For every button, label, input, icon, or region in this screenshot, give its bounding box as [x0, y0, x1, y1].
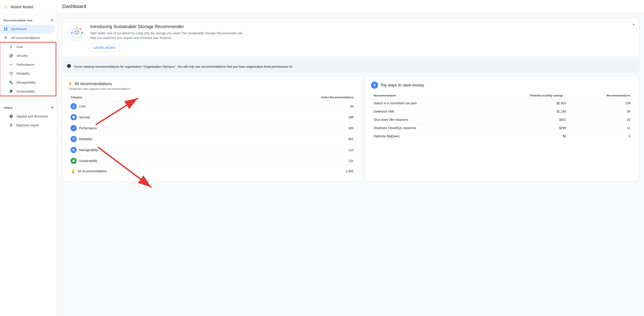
table-cell-category: Manageability: [68, 145, 218, 155]
col-recommendation-header: Recommendation: [371, 92, 478, 99]
dashboard-icon: [4, 27, 8, 31]
savings-label-4: Optimize BigQuery: [371, 132, 478, 140]
savings-count-4: 0: [569, 132, 633, 140]
utilities-chevron-icon: ▾: [51, 105, 53, 110]
reliability-icon: [9, 71, 13, 76]
sustainability-row-label: Sustainability: [79, 159, 98, 163]
table-cell-category: $ Cost: [68, 101, 218, 112]
total-count: 1,381: [218, 167, 356, 176]
svg-rect-8: [4, 27, 5, 29]
table-cell-category: Security: [68, 112, 218, 123]
table-row[interactable]: Performance 300: [68, 123, 356, 134]
table-cell-category: Reliability: [68, 134, 218, 145]
savings-count-3: 11: [569, 124, 633, 132]
cards-row: All recommendations Categories help orga…: [62, 76, 639, 181]
sidebar-item-bigquery-export-label: BigQuery export: [16, 123, 39, 127]
sidebar-item-applied-dismissed-label: Applied and dismissed: [16, 114, 48, 118]
page-title: Dashboard: [62, 4, 86, 9]
bigquery-export-icon: [9, 123, 13, 127]
learn-more-button[interactable]: LEARN MORE: [90, 44, 120, 52]
savings-row[interactable]: Downsize VMs $1,190 35: [371, 107, 633, 116]
manageability-icon: [9, 80, 13, 85]
sort-down-icon: ↓: [565, 94, 566, 97]
info-icon: [67, 64, 71, 69]
performance-count: 300: [218, 123, 356, 134]
sidebar-item-manageability[interactable]: Manageability: [0, 78, 54, 87]
security-count: 288: [218, 112, 356, 123]
utilities-label: Utilities: [4, 106, 13, 109]
sidebar-item-security[interactable]: Security: [0, 51, 54, 60]
all-rec-title-row: All recommendations: [68, 82, 356, 86]
table-cell-category: Sustainability: [68, 155, 218, 167]
savings-row[interactable]: Downsize CloudSQL instances $299 11: [371, 124, 633, 132]
lightbulb-icon: [4, 36, 8, 40]
table-row[interactable]: Sustainability 131: [68, 155, 356, 167]
total-row-label: All recommendations: [78, 169, 107, 173]
sidebar-item-dashboard[interactable]: Dashboard: [0, 25, 55, 33]
svg-point-21: [80, 28, 81, 29]
savings-row[interactable]: Switch to a committed use plan $2,910 15…: [371, 99, 633, 107]
col-count-header: Recommendations: [569, 92, 633, 99]
svg-point-6: [5, 7, 5, 7]
performance-row-label: Performance: [79, 126, 97, 130]
sidebar-item-applied-dismissed[interactable]: Applied and dismissed: [0, 112, 55, 121]
info-bar: You're viewing recommendations for organ…: [62, 61, 639, 72]
table-row[interactable]: Reliability 502: [68, 134, 356, 145]
main-header: Dashboard: [57, 0, 644, 13]
performance-icon: [9, 62, 13, 67]
sidebar-item-sustainability-label: Sustainability: [16, 90, 35, 93]
savings-count-1: 35: [569, 107, 633, 116]
svg-point-5: [6, 6, 7, 6]
savings-amount-1: $1,190: [478, 107, 569, 116]
top-savings-card: $ Top ways to save money Recommendation …: [366, 76, 639, 181]
savings-row[interactable]: Shut down idle instances $921 42: [371, 116, 633, 124]
banner-description: Take better care of our planet by using …: [90, 31, 246, 40]
savings-label-3: Downsize CloudSQL instances: [371, 124, 478, 132]
savings-amount-3: $299: [478, 124, 569, 132]
table-row[interactable]: $ Cost 50: [68, 101, 356, 112]
all-rec-icon: [68, 82, 72, 86]
svg-point-20: [71, 32, 72, 34]
sidebar-item-sustainability[interactable]: Sustainability: [0, 87, 54, 96]
all-rec-title: All recommendations: [74, 82, 112, 86]
top-savings-title: Top ways to save money: [380, 83, 424, 88]
table-total-row[interactable]: 💡 All recommendations 1,381: [68, 167, 356, 176]
table-cell-category: Performance: [68, 123, 218, 134]
app-title: Active Assist: [11, 5, 33, 9]
sidebar-item-all-recommendations[interactable]: All recommendations: [0, 33, 55, 42]
table-row[interactable]: Manageability 110: [68, 145, 356, 155]
svg-point-16: [77, 31, 78, 32]
sidebar-item-bigquery-export[interactable]: BigQuery export: [0, 121, 55, 130]
cost-count: 50: [218, 101, 356, 112]
savings-label-2: Shut down idle instances: [371, 116, 478, 124]
col-savings-header: Potential monthly savings ↓: [478, 92, 569, 99]
recommendation-hub-header[interactable]: Recommendation Hub ▾: [0, 16, 57, 25]
sidebar-item-security-label: Security: [16, 54, 28, 58]
sidebar-item-performance[interactable]: Performance: [0, 60, 54, 69]
table-row[interactable]: Security 288: [68, 112, 356, 123]
svg-point-15: [76, 31, 76, 32]
col-category-header: Category: [68, 94, 218, 101]
hub-chevron-icon: ▾: [51, 18, 53, 23]
sidebar-item-reliability[interactable]: Reliability: [0, 69, 54, 78]
cost-icon: [9, 45, 13, 49]
recommendation-hub-label: Recommendation Hub: [4, 19, 32, 22]
reliability-count: 502: [218, 134, 356, 145]
info-bar-message: You're viewing recommendations for organ…: [74, 65, 293, 68]
svg-rect-9: [6, 27, 7, 29]
applied-dismissed-icon: [9, 114, 13, 118]
active-assist-icon: [4, 5, 8, 9]
svg-point-7: [7, 7, 7, 7]
all-rec-total-icon: 💡: [70, 169, 76, 174]
banner-close-button[interactable]: ×: [632, 22, 635, 27]
promo-banner: Introducing Sustainable Storage Recommen…: [62, 19, 639, 57]
security-cat-icon: [70, 114, 77, 120]
sidebar-item-cost-label: Cost: [16, 45, 23, 49]
reliability-cat-icon: [70, 136, 77, 142]
sustainability-icon: [9, 89, 13, 94]
savings-row[interactable]: Optimize BigQuery $0 0: [371, 132, 633, 140]
utilities-header[interactable]: Utilities ▾: [0, 103, 57, 112]
sidebar-item-cost[interactable]: Cost: [0, 42, 54, 51]
security-row-label: Security: [79, 115, 90, 119]
manageability-count: 110: [218, 145, 356, 155]
